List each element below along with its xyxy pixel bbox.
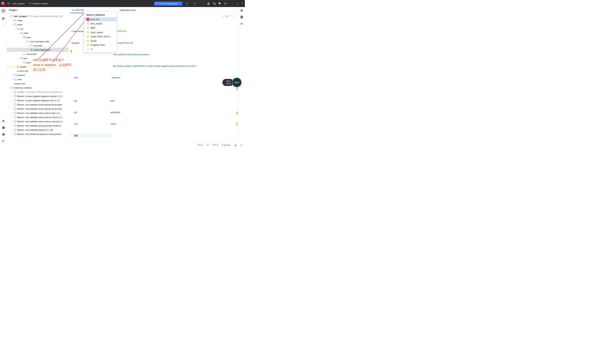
folder-icon [17, 27, 20, 30]
warning-icon: ⚠ [222, 14, 224, 18]
tree-item[interactable]: ⌄src [7, 27, 69, 31]
tree-item[interactable]: ›product [7, 73, 69, 77]
context-menu-item[interactable]: 测试 [84, 26, 117, 30]
chevron-down-icon: ⌄ [48, 3, 50, 5]
chevron-up-icon[interactable]: ⌃ [230, 14, 232, 18]
tree-item[interactable]: ⌄main [7, 31, 69, 35]
tree-root[interactable]: ⌄test_projectC:\Program Files\Study\Inte… [7, 14, 69, 18]
svg-rect-30 [14, 95, 16, 97]
error-stripe-mark[interactable] [236, 122, 238, 125]
translate-icon[interactable] [213, 2, 216, 5]
maximize-button[interactable]: ▢ [236, 2, 238, 5]
class-icon: C [30, 48, 33, 51]
tree-item-selected[interactable]: COrderApplication [7, 48, 69, 52]
run-button[interactable] [185, 1, 190, 6]
structure-tool-icon[interactable] [2, 17, 5, 20]
tab-application[interactable]: Application.java [118, 7, 138, 13]
tree-item[interactable]: ›resources [7, 52, 69, 56]
tree-item[interactable]: ›Maven: ch.qos.logback:logback-classic:1… [7, 94, 69, 98]
hamburger-icon[interactable] [7, 2, 10, 5]
tree-item[interactable]: ›Maven: com.fasterxml.jackson.core:jacks… [7, 132, 69, 136]
tab-more-button[interactable]: ⋮ [230, 8, 238, 12]
lock-icon[interactable]: 🔒 [234, 144, 237, 146]
caret-position[interactable]: 10:31 [197, 144, 203, 146]
svg-rect-26 [11, 87, 12, 89]
tree-item[interactable]: ›Maven: com.alibaba.spring:spring-contex… [7, 123, 69, 128]
context-menu-item[interactable]: work_space [84, 30, 117, 34]
indent[interactable]: 4 spaces [222, 144, 231, 146]
project-tool-button[interactable] [1, 8, 6, 13]
context-menu-item[interactable]: C: [84, 47, 117, 51]
project-selector[interactable]: test_project⌄ [13, 2, 27, 5]
tree-item[interactable]: ⌄test [7, 56, 69, 60]
svg-marker-12 [3, 120, 5, 122]
tree-item[interactable]: ›controller [7, 43, 69, 48]
search-icon[interactable] [218, 2, 221, 5]
close-button[interactable]: ✕ [242, 2, 244, 5]
intention-bulb-icon[interactable]: 💡 [69, 49, 73, 53]
svg-point-16 [2, 142, 3, 142]
context-menu-title: Show in Explorer [84, 13, 117, 17]
inspection-widget[interactable]: ⚠25⌃⌄ [222, 14, 235, 18]
tree-item[interactable]: ›Maven: ch.qos.logback:logback-core:1.2.… [7, 98, 69, 103]
run-tool-icon[interactable] [2, 119, 5, 123]
svg-rect-37 [14, 125, 16, 127]
context-menu-item[interactable]: Study [84, 39, 117, 43]
terminal-tool-icon[interactable] [2, 126, 5, 129]
error-stripe-mark[interactable] [236, 112, 238, 115]
tree-item[interactable]: ›Maven: com.alibaba.nacos:nacos-common:1… [7, 119, 69, 123]
encoding[interactable]: UTF-8 [212, 144, 219, 146]
debug-button[interactable] [192, 1, 197, 6]
svg-rect-28 [13, 87, 13, 89]
problems-tool-icon[interactable] [2, 133, 5, 136]
tree-item[interactable]: ›Maven: com.alibaba.cloud:spring-cloud-s… [7, 107, 69, 111]
chevron-down-icon[interactable]: ⌄ [233, 14, 235, 18]
line-ending[interactable]: LF [206, 144, 209, 146]
run-configuration[interactable]: ProductApplication ⌄ [154, 1, 182, 6]
context-menu-item[interactable]: test_project [84, 21, 117, 26]
settings-icon[interactable] [224, 2, 227, 5]
run-config-label: ProductApplication [159, 2, 178, 5]
svg-rect-33 [14, 108, 16, 110]
context-menu-item[interactable]: IntelliJ IDEA 2022.3 [84, 34, 117, 39]
vcs-selector[interactable]: Version control⌄ [29, 2, 50, 5]
notifications-icon[interactable] [240, 9, 243, 12]
tree-item[interactable]: ›Maven: com.alibaba:fastjson:1.2.58 [7, 128, 69, 132]
tree-item[interactable]: ›Maven: com.alibaba.nacos:nacos-client:1… [7, 115, 69, 119]
project-panel-header[interactable]: Project ⌄ [7, 7, 69, 13]
context-menu-item[interactable]: Program Files [84, 43, 117, 47]
tree-item[interactable]: mpom.xml [7, 81, 69, 86]
svg-point-44 [87, 49, 89, 50]
tree-item[interactable]: ⌄order [7, 23, 69, 27]
tree-item[interactable]: ›.idea [7, 18, 69, 23]
tree-item[interactable]: ›Maven: com.alibaba.nacos:nacos-api:1.2.… [7, 111, 69, 115]
google-icon[interactable]: G [240, 144, 243, 146]
module-icon [14, 23, 16, 26]
tab-label: Application.java [120, 9, 136, 11]
tree-item[interactable]: ›Maven: com.alibaba.cloud:spring-cloud-s… [7, 103, 69, 107]
tree-ext-lib[interactable]: ⌄External Libraries [7, 86, 69, 90]
titlebar: test_project⌄ Version control⌄ ProductAp… [0, 0, 245, 7]
disk-icon [87, 48, 89, 51]
folder-icon [20, 57, 23, 60]
tree-item[interactable]: ⌄com.example.order [7, 39, 69, 43]
minimize-button[interactable]: — [231, 2, 233, 5]
maven-tool-icon[interactable]: m [240, 22, 243, 25]
git-tool-icon[interactable] [2, 140, 5, 143]
error-stripe-mark[interactable] [236, 87, 238, 90]
tree-item[interactable]: java [7, 60, 69, 65]
tree-item[interactable]: ›user [7, 77, 69, 81]
tree-item[interactable]: ⌄java [7, 35, 69, 39]
tree-item[interactable]: mpom.xml [7, 69, 69, 73]
tree-item[interactable]: ›target [7, 65, 69, 69]
svg-rect-43 [87, 18, 89, 21]
database-icon[interactable] [240, 15, 243, 19]
context-menu-item[interactable]: pom.xml [84, 17, 117, 21]
add-user-icon[interactable] [207, 2, 210, 5]
tree-item[interactable]: ›< 1.8 >C:\Program Files\Study\Java\jdk1… [7, 90, 69, 94]
project-tree[interactable]: ⌄test_projectC:\Program Files\Study\Inte… [7, 13, 69, 143]
svg-rect-10 [2, 19, 3, 20]
folder-icon [87, 43, 89, 46]
more-tools-icon[interactable]: ⋯ [2, 24, 5, 27]
more-actions-button[interactable]: ⋮ [200, 1, 205, 6]
